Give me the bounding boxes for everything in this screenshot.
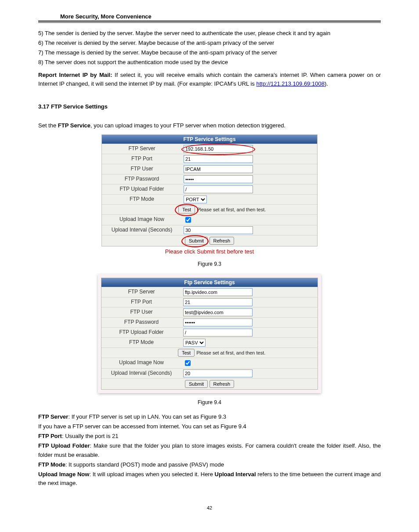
label-ftp-server: FTP Server [102, 144, 182, 154]
report-ip-label: Report Internet IP by Mail: [38, 72, 112, 78]
desc-upload: Upload Image Now: It will upload images … [38, 470, 381, 488]
label-ftp-folder: FTP Upload Folder [102, 185, 182, 194]
label2-ftp-mode: FTP Mode [101, 338, 181, 347]
page-number: 42 [38, 505, 381, 510]
ftp-settings-panel-1: FTP Service Settings FTP Server FTP Port… [101, 134, 318, 246]
panel2-shadow: Ftp Service Settings FTP Server FTP Port… [98, 274, 321, 393]
highlight-ellipse-submit [181, 235, 209, 247]
upload-now-checkbox[interactable] [185, 217, 191, 223]
body-p5: 5) The sender is denied by the server. M… [38, 29, 381, 38]
section-intro: Set the FTP Service, you can upload imag… [38, 121, 381, 130]
label2-ftp-folder: FTP Upload Folder [101, 328, 181, 337]
desc-server-text: : If your FTP server is set up in LAN. Y… [68, 413, 226, 420]
desc-port-label: FTP Port [38, 433, 62, 439]
ftp-port-input[interactable] [184, 155, 253, 163]
report-ip-paragraph: Report Internet IP by Mail: If select it… [38, 71, 381, 88]
body-p7: 7) The message is denied by the server. … [38, 48, 381, 57]
ftp-settings-panel-2: Ftp Service Settings FTP Server FTP Port… [101, 278, 318, 390]
upload2-interval-input[interactable] [183, 369, 253, 377]
ftp2-mode-select[interactable]: PASV [183, 339, 206, 347]
desc-folder: FTP Upload Folder: Make sure that the fo… [38, 442, 381, 459]
section-title: 3.17 FTP Service Settings [38, 103, 381, 110]
label2-ftp-port: FTP Port [101, 297, 181, 307]
header-rule-top [38, 21, 381, 22]
desc-mode-label: FTP Mode [38, 461, 65, 468]
desc-upload-label: Upload Image Now [38, 471, 89, 478]
desc-interval-label: Upload Interval [215, 471, 256, 478]
label-ftp-port: FTP Port [102, 154, 182, 164]
section-intro-a: Set the [38, 122, 58, 129]
panel1-title: FTP Service Settings [102, 135, 317, 144]
panel2-title: Ftp Service Settings [101, 278, 318, 287]
label-upload-now: Upload Image Now [102, 215, 182, 225]
test-note: Please set at first, and then test. [197, 207, 266, 212]
report-ip-link[interactable]: http://121.213.109.69:1008 [256, 80, 324, 87]
test2-button[interactable]: Test [178, 349, 195, 357]
ftp2-user-input[interactable] [183, 308, 253, 316]
label2-ftp-server: FTP Server [101, 287, 181, 297]
desc-server-label: FTP Server [38, 413, 68, 420]
label-ftp-mode: FTP Mode [102, 195, 182, 204]
figure-label-1: Figure 9.3 [38, 261, 381, 267]
ftp2-port-input[interactable] [183, 298, 253, 306]
upload2-now-checkbox[interactable] [185, 360, 191, 366]
page-header-slogan: More Security, More Convenience [38, 13, 381, 20]
body-p6: 6) The receiver is denied by the server.… [38, 39, 381, 47]
refresh-button[interactable]: Refresh [210, 237, 235, 245]
upload-interval-input[interactable] [184, 226, 253, 234]
desc-port-text: : Usually the port is 21 [62, 433, 119, 439]
ftp2-folder-input[interactable] [183, 329, 253, 337]
desc-mode: FTP Mode: It supports standard (POST) mo… [38, 460, 381, 469]
desc-server: FTP Server: If your FTP server is set up… [38, 413, 381, 421]
ftp-user-input[interactable] [184, 165, 253, 173]
red-note: Please click Submit first before test [38, 248, 381, 255]
highlight-ellipse-test [175, 204, 199, 216]
refresh2-button[interactable]: Refresh [210, 380, 235, 388]
label-ftp-user: FTP User [102, 164, 182, 174]
ftp2-server-input[interactable] [183, 288, 253, 296]
desc-folder-text: : Make sure that the folder you plan to … [38, 442, 381, 458]
section-intro-c: , you can upload images to your FTP serv… [90, 122, 285, 129]
desc-mode-text: : It supports standard (POST) mode and p… [65, 461, 224, 468]
ftp-mode-select[interactable]: PORT [184, 195, 207, 203]
ftp2-password-input[interactable] [183, 318, 253, 326]
section-intro-b: FTP Service [58, 122, 90, 129]
desc-folder-label: FTP Upload Folder [38, 442, 90, 449]
submit2-button[interactable]: Submit [185, 380, 208, 388]
desc-upload-text-a: : It will upload images when you selecte… [89, 471, 214, 478]
body-p8: 8) The server does not support the authe… [38, 58, 381, 67]
label-ftp-password: FTP Password [102, 174, 182, 184]
header-rule-bottom [38, 22, 381, 23]
report-ip-text-b: ). [325, 80, 328, 87]
label2-ftp-user: FTP User [101, 308, 181, 317]
label2-upload-now: Upload Image Now [101, 358, 181, 368]
desc-port: FTP Port: Usually the port is 21 [38, 432, 381, 441]
label2-ftp-password: FTP Password [101, 318, 181, 327]
highlight-ellipse-server [181, 144, 255, 155]
ftp-password-input[interactable] [184, 175, 253, 183]
test2-note: Please set at first, and then test. [196, 350, 265, 355]
figure-label-2: Figure 9.4 [38, 399, 381, 405]
label2-upload-interval: Upload Interval (Seconds) [101, 369, 181, 378]
desc-server2: If you have a FTP server can be accessed… [38, 422, 381, 431]
ftp-folder-input[interactable] [184, 185, 253, 193]
label-upload-interval: Upload Interval (Seconds) [102, 225, 182, 235]
